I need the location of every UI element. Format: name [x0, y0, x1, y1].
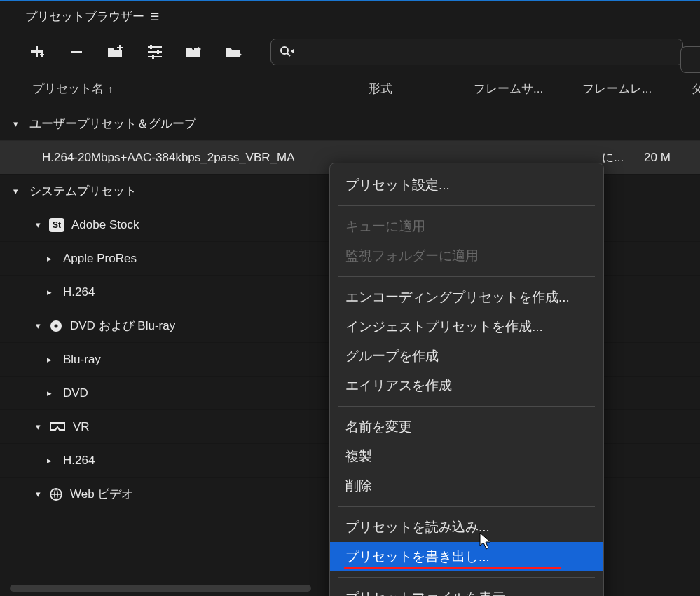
- preset-format-cell: に...: [602, 149, 644, 165]
- svg-point-14: [55, 324, 58, 327]
- panel-menu-icon[interactable]: ☰: [150, 11, 158, 23]
- chevron-down-icon[interactable]: ▾: [8, 186, 22, 196]
- column-trailing[interactable]: タ: [691, 81, 700, 97]
- group-label: Web ビデオ: [70, 486, 133, 502]
- chevron-down-icon[interactable]: ▾: [31, 219, 45, 230]
- svg-rect-10: [152, 55, 154, 59]
- group-label: H.264: [63, 285, 95, 299]
- menu-separator: [338, 577, 595, 578]
- menu-separator: [338, 406, 595, 407]
- menu-apply-to-queue: キューに適用: [330, 212, 603, 241]
- chevron-right-icon[interactable]: ▸: [42, 287, 56, 297]
- svg-rect-6: [148, 51, 162, 53]
- preset-name-label: H.264-20Mbps+AAC-384kbps_2pass_VBR_MA: [42, 151, 295, 165]
- menu-create-ingest-preset[interactable]: インジェストプリセットを作成...: [330, 312, 603, 341]
- menu-apply-to-watch-folder: 監視フォルダーに適用: [330, 241, 603, 271]
- panel-title: プリセットブラウザー: [25, 8, 144, 25]
- svg-rect-8: [150, 45, 152, 49]
- column-preset-name[interactable]: プリセット名 ↑: [32, 81, 369, 97]
- column-frame-rate[interactable]: フレームレ...: [582, 81, 691, 97]
- svg-line-12: [287, 53, 290, 56]
- svg-rect-2: [71, 51, 82, 53]
- search-icon: [280, 46, 295, 58]
- chevron-right-icon[interactable]: ▸: [42, 354, 56, 365]
- menu-create-alias[interactable]: エイリアスを作成: [330, 371, 603, 400]
- preset-settings-button[interactable]: [146, 43, 164, 61]
- disc-icon: [49, 319, 63, 333]
- menu-create-group[interactable]: グループを作成: [330, 341, 603, 371]
- context-menu: プリセット設定... キューに適用 監視フォルダーに適用 エンコーディングプリセ…: [329, 163, 604, 596]
- menu-rename[interactable]: 名前を変更: [330, 412, 603, 442]
- menu-export-preset[interactable]: プリセットを書き出し...: [330, 542, 603, 571]
- chevron-down-icon[interactable]: ▾: [31, 489, 45, 499]
- search-field[interactable]: [270, 39, 683, 65]
- group-label: システムプリセット: [29, 183, 137, 199]
- group-label: Adobe Stock: [71, 218, 139, 232]
- menu-preset-settings[interactable]: プリセット設定...: [330, 170, 603, 200]
- add-preset-button[interactable]: [28, 43, 46, 61]
- group-user-presets[interactable]: ▾ ユーザープリセット＆グループ: [0, 107, 700, 140]
- import-preset-button[interactable]: [185, 43, 203, 61]
- adobe-stock-icon: St: [49, 218, 64, 232]
- menu-show-preset-file[interactable]: プリセットファイルを表示: [330, 583, 603, 596]
- sort-ascending-icon: ↑: [108, 83, 113, 95]
- menu-delete[interactable]: 削除: [330, 471, 603, 501]
- right-panel-edge: [680, 46, 700, 73]
- export-preset-button[interactable]: [224, 43, 242, 61]
- chevron-right-icon[interactable]: ▸: [42, 388, 56, 398]
- svg-rect-4: [117, 47, 123, 48]
- svg-rect-7: [148, 56, 162, 57]
- column-frame-size[interactable]: フレームサ...: [474, 81, 582, 97]
- column-headers: プリセット名 ↑ 形式 フレームサ... フレームレ... タ: [0, 72, 700, 107]
- menu-duplicate[interactable]: 複製: [330, 442, 603, 471]
- group-label: ユーザープリセット＆グループ: [29, 116, 196, 132]
- globe-icon: [49, 487, 63, 501]
- svg-point-11: [281, 47, 288, 54]
- chevron-down-icon[interactable]: ▾: [8, 118, 22, 129]
- remove-preset-button[interactable]: [67, 43, 85, 61]
- menu-separator: [338, 506, 595, 507]
- chevron-down-icon[interactable]: ▾: [31, 421, 45, 432]
- group-label: DVD および Blu-ray: [70, 318, 175, 334]
- search-input[interactable]: [299, 46, 674, 58]
- vr-headset-icon: [49, 421, 66, 433]
- group-label: VR: [73, 420, 90, 434]
- new-group-button[interactable]: [107, 43, 125, 61]
- menu-import-preset[interactable]: プリセットを読み込み...: [330, 513, 603, 542]
- group-label: Apple ProRes: [63, 252, 137, 266]
- chevron-down-icon[interactable]: ▾: [31, 320, 45, 331]
- column-format[interactable]: 形式: [369, 81, 474, 97]
- column-name-label: プリセット名: [32, 81, 104, 97]
- horizontal-scrollbar[interactable]: [10, 585, 311, 592]
- svg-rect-9: [157, 50, 159, 54]
- chevron-right-icon[interactable]: ▸: [42, 455, 56, 466]
- group-label: H.264: [63, 454, 95, 468]
- menu-separator: [338, 205, 595, 206]
- panel-tab: プリセットブラウザー ☰: [0, 1, 700, 29]
- menu-separator: [338, 276, 595, 277]
- toolbar: [0, 29, 700, 72]
- svg-rect-1: [41, 53, 43, 57]
- chevron-right-icon[interactable]: ▸: [42, 253, 56, 264]
- menu-create-encoding-preset[interactable]: エンコーディングプリセットを作成...: [330, 283, 603, 312]
- preset-rate-cell: 20 M: [644, 151, 700, 165]
- group-label: DVD: [63, 386, 88, 400]
- group-label: Blu-ray: [63, 353, 101, 367]
